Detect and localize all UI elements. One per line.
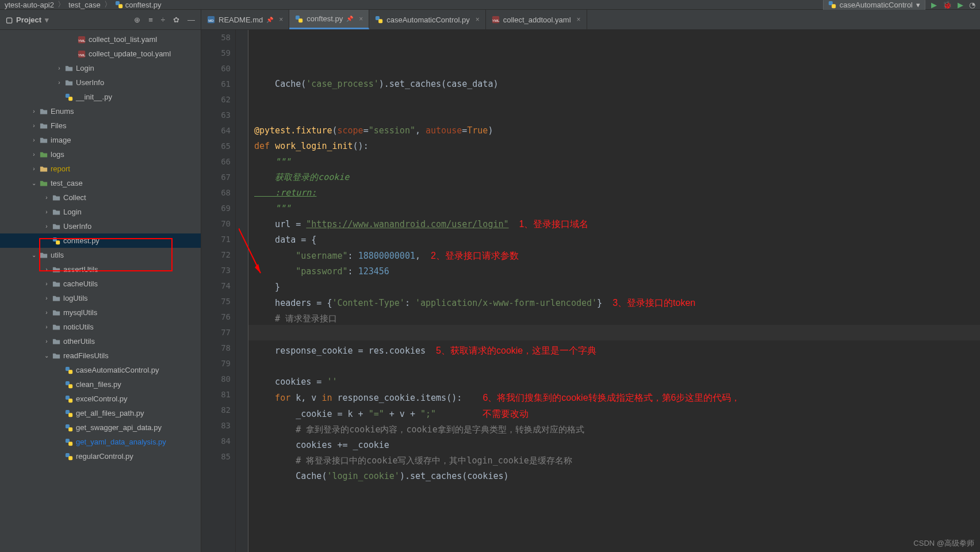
- tree-item[interactable]: excelControl.py: [0, 392, 201, 406]
- chevron-icon[interactable]: ⌄: [30, 180, 38, 186]
- tree-item[interactable]: ›Enums: [0, 104, 201, 118]
- tree-item-label: UserInfo: [76, 78, 104, 87]
- python-icon: [65, 438, 73, 446]
- folder-icon: [39, 108, 48, 116]
- editor-tab[interactable]: YMLcollect_addtool.yaml×: [486, 10, 587, 29]
- svg-text:YML: YML: [78, 52, 86, 56]
- close-icon[interactable]: ×: [279, 16, 283, 24]
- pin-icon[interactable]: 📌: [346, 16, 353, 22]
- chevron-icon[interactable]: ›: [43, 309, 51, 316]
- tree-item[interactable]: ›Files: [0, 118, 201, 133]
- chevron-icon[interactable]: ›: [30, 108, 38, 114]
- breadcrumb-sep: 〉: [104, 0, 112, 10]
- folder-icon: [39, 136, 48, 144]
- chevron-icon[interactable]: ›: [55, 79, 63, 86]
- tree-item[interactable]: regularControl.py: [0, 449, 201, 463]
- expand-all-icon[interactable]: ≡: [148, 16, 153, 24]
- tree-item[interactable]: ›assertUtils: [0, 262, 201, 277]
- chevron-icon[interactable]: ›: [30, 137, 38, 143]
- svg-text:YML: YML: [492, 18, 499, 22]
- tree-item[interactable]: ›otherUtils: [0, 334, 201, 348]
- profile-icon[interactable]: ◔: [969, 1, 975, 9]
- tree-item[interactable]: __init__.py: [0, 90, 201, 104]
- chevron-icon[interactable]: ›: [43, 223, 51, 229]
- tree-item[interactable]: YMLcollect_update_tool.yaml: [0, 47, 201, 61]
- tree-item-label: __init__.py: [76, 93, 112, 101]
- python-icon: [828, 1, 836, 9]
- folder-icon: [64, 79, 74, 87]
- tree-item[interactable]: ›report: [0, 162, 201, 176]
- editor-tab[interactable]: MDREADME.md📌×: [201, 10, 289, 29]
- chevron-icon[interactable]: ›: [30, 122, 38, 129]
- python-icon: [65, 424, 73, 432]
- tree-item[interactable]: ›UserInfo: [0, 219, 201, 233]
- tree-item[interactable]: ›logs: [0, 147, 201, 162]
- collapse-all-icon[interactable]: ÷: [161, 16, 165, 24]
- folder-icon: [52, 323, 61, 331]
- tree-item[interactable]: ⌄test_case: [0, 176, 201, 190]
- tree-item[interactable]: ›image: [0, 133, 201, 147]
- tree-item[interactable]: conftest.py: [0, 233, 201, 248]
- tree-item[interactable]: YMLcollect_tool_list.yaml: [0, 32, 201, 47]
- hide-icon[interactable]: —: [187, 16, 195, 24]
- yaml-icon: YML: [492, 16, 500, 24]
- editor-tab[interactable]: conftest.py📌×: [289, 10, 369, 29]
- breadcrumb-item[interactable]: ytest-auto-api2: [5, 1, 54, 9]
- settings-icon[interactable]: ✿: [173, 16, 179, 24]
- chevron-icon[interactable]: ⌄: [43, 352, 51, 359]
- project-panel-title[interactable]: ▢ Project ▾: [6, 16, 49, 24]
- tree-item[interactable]: get_all_files_path.py: [0, 406, 201, 420]
- tree-item[interactable]: ⌄readFilesUtils: [0, 348, 201, 363]
- chevron-icon[interactable]: ›: [43, 209, 51, 215]
- editor-tab[interactable]: caseAutomaticControl.py×: [369, 10, 486, 29]
- tree-item[interactable]: ⌄utils: [0, 248, 201, 262]
- code-line: Cache('case_process').set_caches(case_da…: [254, 76, 980, 92]
- tree-item[interactable]: ›logUtils: [0, 291, 201, 305]
- debug-icon[interactable]: 🐞: [943, 1, 952, 9]
- select-opened-file-icon[interactable]: ⊕: [134, 16, 140, 24]
- close-icon[interactable]: ×: [359, 15, 363, 23]
- chevron-icon[interactable]: ›: [30, 151, 38, 158]
- svg-rect-25: [68, 456, 72, 460]
- chevron-icon[interactable]: ›: [43, 338, 51, 344]
- line-number: 77: [201, 325, 231, 340]
- tree-item[interactable]: ›Collect: [0, 190, 201, 205]
- tree-item[interactable]: ›Login: [0, 61, 201, 75]
- close-icon[interactable]: ×: [577, 16, 581, 24]
- tree-item-label: get_yaml_data_analysis.py: [76, 438, 166, 446]
- run-icon[interactable]: ▶: [931, 1, 937, 9]
- breadcrumb-item[interactable]: conftest.py: [115, 1, 162, 9]
- line-number: 60: [201, 61, 231, 76]
- run-config-label: caseAutomaticControl: [840, 1, 913, 9]
- chevron-icon[interactable]: ›: [55, 65, 63, 71]
- tree-item[interactable]: clean_files.py: [0, 377, 201, 392]
- run-coverage-icon[interactable]: ▶: [958, 1, 963, 9]
- tree-item-label: Login: [76, 64, 94, 72]
- tree-item[interactable]: ›mysqlUtils: [0, 305, 201, 320]
- tab-label: conftest.py: [307, 14, 343, 23]
- chevron-icon[interactable]: ›: [43, 324, 51, 330]
- tree-item-label: get_swagger_api_data.py: [76, 423, 162, 432]
- tree-item[interactable]: ›UserInfo: [0, 75, 201, 90]
- chevron-icon[interactable]: ›: [43, 295, 51, 301]
- python-icon: [375, 16, 383, 24]
- pin-icon[interactable]: 📌: [266, 17, 273, 23]
- tree-item[interactable]: ›cacheUtils: [0, 277, 201, 291]
- chevron-icon[interactable]: ›: [43, 281, 51, 287]
- project-tree[interactable]: YMLcollect_tool_list.yamlYMLcollect_upda…: [0, 30, 201, 552]
- tree-item[interactable]: get_swagger_api_data.py: [0, 420, 201, 435]
- code-editor[interactable]: Cache('case_process').set_caches(case_da…: [248, 30, 980, 552]
- tree-item[interactable]: ›noticUtils: [0, 320, 201, 334]
- tree-item[interactable]: get_yaml_data_analysis.py: [0, 435, 201, 449]
- chevron-icon[interactable]: ›: [43, 194, 51, 201]
- chevron-icon[interactable]: ›: [30, 166, 38, 172]
- chevron-icon[interactable]: ›: [43, 266, 51, 273]
- run-config-dropdown[interactable]: caseAutomaticControl ▾: [823, 0, 925, 11]
- chevron-icon[interactable]: ⌄: [30, 252, 38, 258]
- line-number: 66: [201, 154, 231, 170]
- tree-item[interactable]: ›Login: [0, 205, 201, 219]
- tree-item[interactable]: caseAutomaticControl.py: [0, 363, 201, 377]
- close-icon[interactable]: ×: [476, 16, 480, 24]
- breadcrumb-item[interactable]: test_case: [68, 1, 101, 9]
- code-line: Cache('login_cookie').set_caches(cookies…: [254, 469, 980, 484]
